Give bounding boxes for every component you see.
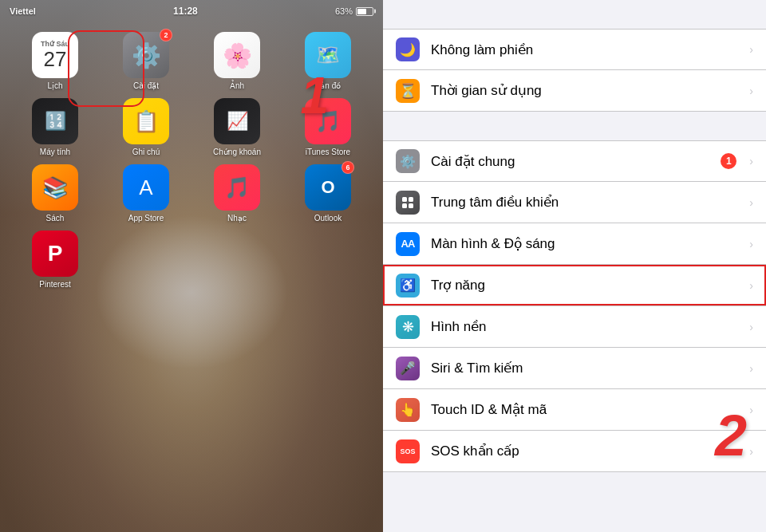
- chevron-thoi-gian: ›: [749, 85, 753, 97]
- battery-percent: 63%: [335, 6, 353, 16]
- time-label: 11:28: [173, 6, 198, 17]
- app-icon-music: 🎵: [214, 164, 260, 211]
- app-icon-books: 📚: [32, 164, 78, 211]
- chevron-man-hinh: ›: [749, 238, 753, 250]
- row-touch-id[interactable]: 👆 Touch ID & Mật mã ›: [383, 389, 766, 431]
- app-label-outlook: Outlook: [314, 214, 342, 223]
- app-music[interactable]: 🎵 Nhạc: [201, 164, 273, 223]
- app-label-itunes: iTunes Store: [306, 148, 350, 156]
- icon-thoi-gian: ⏳: [396, 79, 420, 103]
- label-sos: SOS khẩn cấp: [431, 443, 743, 459]
- carrier-label: Viettel: [10, 6, 36, 16]
- app-books[interactable]: 📚 Sách: [19, 164, 91, 223]
- row-khong-lam-phien[interactable]: 🌙 Không làm phiền ›: [383, 29, 766, 70]
- app-label-music: Nhạc: [227, 214, 247, 223]
- icon-khong-lam-phien: 🌙: [396, 37, 420, 61]
- app-label-photos: Ảnh: [230, 81, 244, 90]
- app-photos[interactable]: 🌸 Ảnh: [201, 32, 273, 90]
- app-empty2: [201, 231, 273, 289]
- label-cai-dat-chung: Cài đặt chung: [431, 153, 721, 170]
- app-label-pinterest: Pinterest: [39, 280, 70, 289]
- label-touch-id: Touch ID & Mật mã: [431, 401, 743, 418]
- app-appstore[interactable]: A App Store: [110, 164, 182, 223]
- app-empty3: [292, 231, 364, 289]
- cai-dat-chung-badge: 1: [721, 153, 736, 169]
- icon-touch-id: 👆: [396, 398, 420, 422]
- iphone-screen: Viettel 11:28 63% Thứ Sáu 27 Lịch: [0, 0, 383, 532]
- row-tro-nang[interactable]: ♿ Trợ năng ›: [383, 265, 766, 306]
- chevron-sos: ›: [749, 445, 753, 458]
- app-icon-outlook: O 6: [305, 164, 351, 211]
- svg-rect-0: [402, 197, 407, 202]
- status-right: 63%: [335, 6, 373, 16]
- chevron-trung-tam: ›: [749, 196, 753, 209]
- app-stocks[interactable]: 📈 Chứng khoán: [201, 98, 273, 156]
- icon-siri: 🎤: [396, 357, 420, 380]
- app-icon-photos: 🌸: [214, 32, 260, 78]
- step-number-2: 2: [715, 403, 747, 468]
- caidat-badge: 2: [160, 29, 172, 41]
- svg-rect-2: [402, 203, 407, 208]
- settings-section-main: ⚙️ Cài đặt chung 1 › Trung tâm điều khiể…: [383, 140, 766, 472]
- settings-section-top: 🌙 Không làm phiền › ⏳ Thời gian sử dụng …: [383, 29, 766, 112]
- app-label-notes: Ghi chú: [132, 148, 160, 156]
- app-icon-appstore: A: [123, 164, 169, 211]
- app-pinterest[interactable]: P Pinterest: [19, 231, 91, 289]
- app-label-calculator: Máy tính: [40, 148, 70, 156]
- icon-trung-tam: [396, 191, 420, 215]
- row-siri[interactable]: 🎤 Siri & Tìm kiếm ›: [383, 348, 766, 389]
- app-row-4: P Pinterest: [10, 231, 373, 289]
- chevron-touch-id: ›: [749, 404, 753, 416]
- label-siri: Siri & Tìm kiếm: [431, 360, 743, 376]
- chevron-hinh-nen: ›: [749, 321, 753, 333]
- row-cai-dat-chung[interactable]: ⚙️ Cài đặt chung 1 ›: [383, 140, 766, 182]
- label-khong-lam-phien: Không làm phiền: [431, 41, 743, 58]
- row-thoi-gian[interactable]: ⏳ Thời gian sử dụng ›: [383, 70, 766, 112]
- icon-man-hinh: AA: [396, 232, 420, 256]
- app-icon-stocks: 📈: [214, 98, 260, 144]
- app-row-3: 📚 Sách A App Store 🎵 Nhạc O 6: [10, 164, 373, 223]
- icon-hinh-nen: ❋: [396, 315, 420, 339]
- icon-sos: SOS: [396, 439, 420, 463]
- row-sos[interactable]: SOS SOS khẩn cấp ›: [383, 431, 766, 472]
- step-number-1: 1: [300, 70, 329, 121]
- app-icon-calculator: 🔢: [32, 98, 78, 144]
- chevron-tro-nang: ›: [749, 279, 753, 292]
- svg-rect-3: [409, 203, 413, 208]
- app-label-lich: Lịch: [47, 81, 62, 90]
- app-label-appstore: App Store: [128, 214, 164, 223]
- row-hinh-nen[interactable]: ❋ Hình nền ›: [383, 306, 766, 348]
- app-empty1: [110, 231, 182, 289]
- app-outlook[interactable]: O 6 Outlook: [292, 164, 364, 223]
- status-bar: Viettel 11:28 63%: [0, 0, 383, 22]
- label-thoi-gian: Thời gian sử dụng: [431, 82, 743, 99]
- battery-icon: [356, 7, 373, 16]
- app-icon-pinterest: P: [32, 231, 78, 277]
- chevron-cai-dat-chung: ›: [749, 155, 753, 167]
- label-man-hinh: Màn hình & Độ sáng: [431, 235, 743, 252]
- chevron-khong-lam-phien: ›: [749, 43, 753, 56]
- label-hinh-nen: Hình nền: [431, 318, 743, 335]
- settings-panel: 🌙 Không làm phiền › ⏳ Thời gian sử dụng …: [383, 0, 766, 532]
- icon-tro-nang: ♿: [396, 274, 420, 298]
- row-trung-tam[interactable]: Trung tâm điều khiển ›: [383, 182, 766, 223]
- icon-cai-dat-chung: ⚙️: [396, 149, 420, 173]
- settings-highlight-box: [68, 30, 144, 107]
- chevron-siri: ›: [749, 362, 753, 375]
- label-trung-tam: Trung tâm điều khiển: [431, 194, 743, 211]
- svg-rect-1: [409, 197, 413, 202]
- outlook-badge: 6: [342, 161, 354, 174]
- app-label-stocks: Chứng khoán: [213, 148, 261, 156]
- settings-list: 🌙 Không làm phiền › ⏳ Thời gian sử dụng …: [383, 29, 766, 532]
- label-tro-nang: Trợ năng: [431, 277, 743, 294]
- app-label-books: Sách: [46, 214, 65, 223]
- row-man-hinh[interactable]: AA Màn hình & Độ sáng ›: [383, 223, 766, 265]
